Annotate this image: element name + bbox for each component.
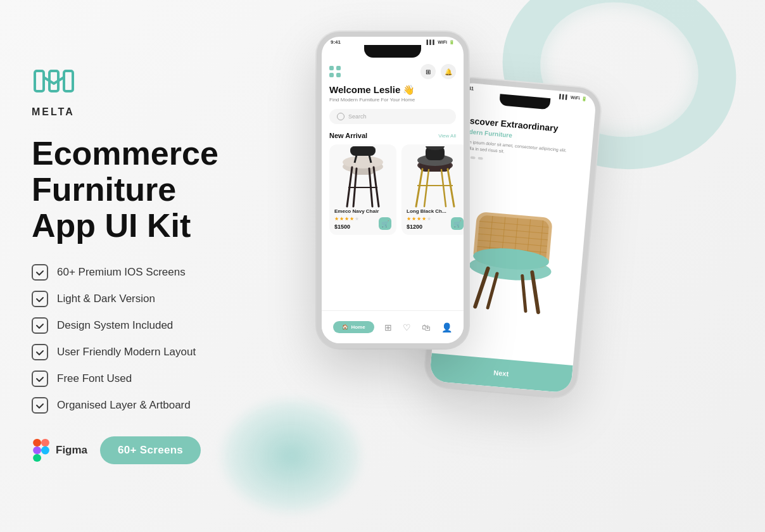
filter-icon[interactable]: ⊞: [420, 64, 436, 79]
check-icon: [32, 317, 48, 334]
feature-label: Design System Included: [57, 319, 173, 332]
check-icon: [32, 397, 48, 414]
hero-title: Ecommerce Furniture App UI Kit: [32, 136, 234, 244]
product-card: Long Black Ch... ★ ★ ★ ★ ★ $1200 🛒: [401, 144, 469, 235]
check-icon: [32, 344, 48, 360]
welcome-text: Welcome Leslie 👋: [329, 84, 456, 96]
phone-main: 9:41 ▌▌▌ WiFi 🔋: [317, 32, 469, 348]
check-icon: [32, 291, 48, 307]
svg-rect-4: [41, 439, 49, 446]
svg-rect-2: [64, 71, 73, 91]
dot-inactive: [471, 156, 476, 160]
bottom-bar: Figma 60+ Screens: [32, 436, 234, 464]
dot-inactive: [478, 157, 483, 160]
svg-rect-35: [350, 146, 376, 156]
feature-label: Light & Dark Version: [57, 293, 155, 305]
brand-logo-icon: [32, 68, 76, 103]
check-icon: [32, 264, 48, 281]
svg-line-44: [448, 169, 454, 206]
phone1-status-bar: 9:41 ▌▌▌ WiFi 🔋: [322, 37, 464, 45]
figma-icon: [32, 439, 51, 462]
phone1-status-right: ▌▌▌ WiFi 🔋: [426, 40, 455, 45]
product-image: [334, 151, 391, 205]
title-line3: App UI Kit: [32, 208, 234, 244]
bell-icon[interactable]: 🔔: [441, 64, 456, 79]
nav-grid-button[interactable]: ⊞: [384, 322, 392, 332]
list-item: Light & Dark Version: [32, 291, 234, 307]
phone1-content: ⊞ 🔔 Welcome Leslie 👋 Find Modern Furnitu…: [322, 64, 464, 235]
features-list: 60+ Premium IOS Screens Light & Dark Ver…: [32, 264, 234, 414]
grid-icon: ⊞: [384, 322, 392, 332]
bag-icon: 🛍: [422, 322, 431, 332]
search-placeholder: Search: [348, 113, 367, 120]
product-image: [407, 151, 464, 205]
product-grid: Emeco Navy Chair ★ ★ ★ ★ ★ $1500 🛒: [329, 144, 456, 235]
feature-label: Free Font Used: [57, 372, 132, 385]
logo-area: MELTA: [32, 68, 234, 118]
feature-label: Organised Layer & Artboard: [57, 399, 191, 412]
right-panel: 9:41 ▌▌▌ WiFi 🔋 Discover Extraordinary M…: [266, 0, 765, 532]
nav-heart-button[interactable]: ♡: [403, 322, 411, 332]
welcome-subtitle: Find Modern Furniture For Your Home: [329, 97, 456, 103]
svg-point-28: [343, 156, 383, 168]
profile-icon: 👤: [441, 322, 452, 332]
svg-rect-6: [33, 454, 41, 462]
brand-name: MELTA: [32, 106, 75, 118]
svg-line-46: [441, 170, 446, 206]
add-to-cart-button[interactable]: 🛒: [451, 217, 464, 230]
title-line1: Ecommerce: [32, 136, 234, 172]
list-item: Organised Layer & Artboard: [32, 397, 234, 414]
nav-home-label: Home: [351, 324, 365, 330]
search-bar[interactable]: Search: [329, 109, 456, 124]
nav-bag-button[interactable]: 🛍: [422, 322, 431, 332]
phone2-status-right: ▌▌▌ WiFi 🔋: [559, 94, 588, 101]
add-to-cart-button[interactable]: 🛒: [379, 217, 391, 230]
screens-button[interactable]: 60+ Screens: [100, 436, 201, 464]
svg-rect-0: [35, 71, 44, 91]
list-item: 60+ Premium IOS Screens: [32, 264, 234, 281]
page-wrapper: MELTA Ecommerce Furniture App UI Kit 60+…: [0, 0, 765, 532]
heart-icon: ♡: [403, 322, 411, 332]
title-line2: Furniture: [32, 172, 234, 208]
list-item: Free Font Used: [32, 370, 234, 387]
list-item: User Friendly Modern Layout: [32, 344, 234, 360]
figma-label: Figma: [56, 444, 87, 457]
section-header: New Arrival View All: [329, 132, 456, 139]
figma-badge: Figma: [32, 439, 87, 462]
view-all-link[interactable]: View All: [438, 133, 456, 139]
left-panel: MELTA Ecommerce Furniture App UI Kit 60+…: [0, 42, 266, 490]
feature-label: 60+ Premium IOS Screens: [57, 266, 186, 279]
check-icon: [32, 370, 48, 387]
phone1-time: 9:41: [331, 39, 341, 45]
svg-rect-5: [33, 446, 41, 454]
section-title: New Arrival: [329, 132, 367, 139]
phone1-notch: [364, 45, 421, 58]
phone1-top-icons: ⊞ 🔔: [329, 64, 456, 79]
svg-line-25: [519, 276, 529, 312]
feature-label: User Friendly Modern Layout: [57, 346, 196, 358]
svg-line-24: [488, 274, 497, 309]
svg-line-45: [424, 170, 429, 206]
nav-home-button[interactable]: 🏠 Home: [333, 321, 374, 333]
svg-rect-3: [33, 439, 41, 446]
top-right-icons: ⊞ 🔔: [420, 64, 456, 79]
product-card: Emeco Navy Chair ★ ★ ★ ★ ★ $1500 🛒: [329, 144, 396, 235]
svg-point-7: [41, 446, 49, 455]
grid-icon: [329, 66, 341, 77]
svg-line-43: [416, 169, 422, 206]
bottom-nav: 🏠 Home ⊞ ♡ 🛍 👤: [322, 310, 464, 343]
list-item: Design System Included: [32, 317, 234, 334]
nav-profile-button[interactable]: 👤: [441, 322, 452, 332]
next-button[interactable]: Next: [429, 353, 573, 393]
search-icon: [337, 113, 345, 120]
